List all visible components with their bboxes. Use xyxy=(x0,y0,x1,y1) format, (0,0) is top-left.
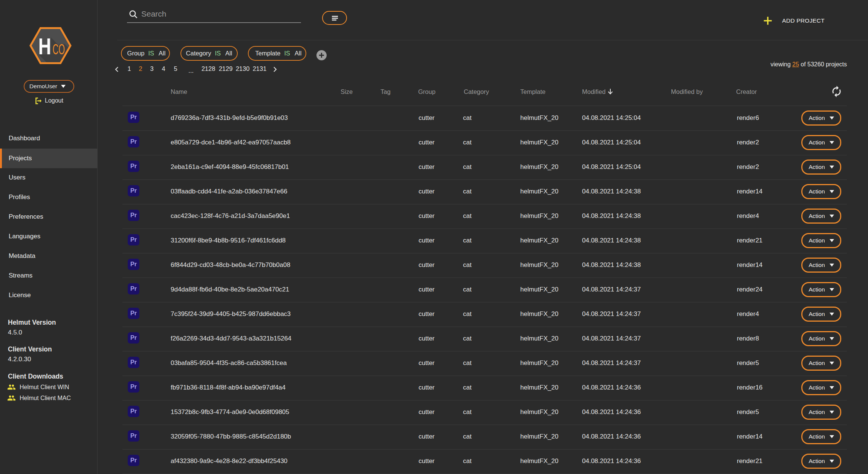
svg-text:CO: CO xyxy=(53,41,65,57)
svg-text:H: H xyxy=(38,34,51,59)
